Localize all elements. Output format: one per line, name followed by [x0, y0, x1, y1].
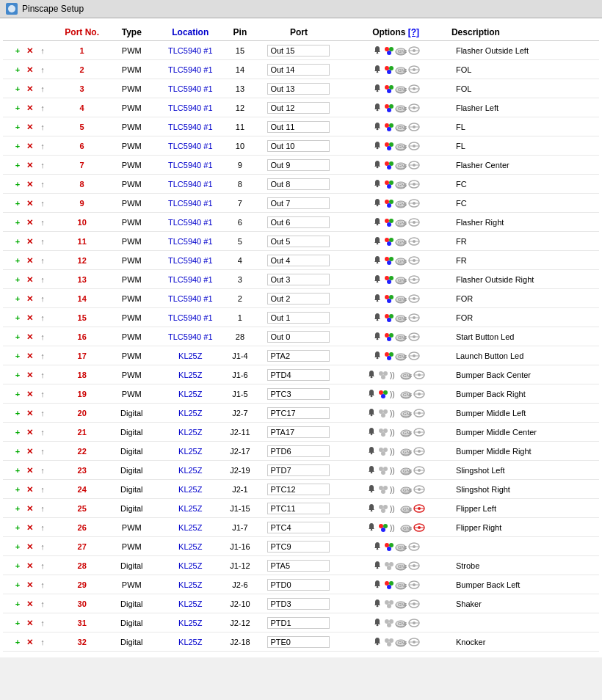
- rgb-icon[interactable]: [378, 503, 388, 513]
- add-button[interactable]: +: [12, 236, 23, 247]
- ground-plate-icon[interactable]: GND: [400, 388, 412, 398]
- port-location[interactable]: TLC5940 #1: [156, 136, 224, 156]
- port-field[interactable]: [255, 575, 341, 594]
- rgb-icon[interactable]: [384, 159, 394, 169]
- delete-button[interactable]: ✕: [25, 141, 35, 151]
- rgb-icon[interactable]: [378, 522, 388, 532]
- ground-plate-icon[interactable]: GND: [400, 503, 412, 513]
- port-input[interactable]: [267, 522, 330, 533]
- clip-icon[interactable]: [407, 121, 421, 131]
- move-up-button[interactable]: ↑: [37, 427, 48, 437]
- bell-icon[interactable]: [366, 445, 377, 457]
- ground-plate-icon[interactable]: GND: [400, 484, 412, 494]
- port-input[interactable]: [267, 45, 330, 56]
- bell-icon[interactable]: [371, 236, 383, 247]
- add-button[interactable]: +: [12, 84, 23, 94]
- add-button[interactable]: +: [12, 599, 23, 609]
- bell-icon[interactable]: [371, 197, 383, 209]
- rgb-icon[interactable]: [384, 350, 394, 360]
- bell-icon[interactable]: [371, 350, 383, 362]
- clip-icon[interactable]: [407, 178, 421, 189]
- ground-plate-icon[interactable]: GND: [395, 197, 407, 208]
- clip-icon[interactable]: [407, 350, 421, 360]
- port-location[interactable]: KL25Z: [156, 556, 224, 575]
- port-input[interactable]: [267, 197, 330, 209]
- move-up-button[interactable]: ↑: [37, 503, 48, 514]
- port-location[interactable]: KL25Z: [156, 404, 224, 423]
- clip-icon[interactable]: [407, 636, 421, 646]
- port-input[interactable]: [267, 236, 330, 247]
- ground-plate-icon[interactable]: GND: [400, 369, 412, 379]
- clip-icon[interactable]: [407, 274, 421, 284]
- clip-icon[interactable]: [407, 598, 421, 608]
- port-input[interactable]: [267, 407, 330, 419]
- bell-icon[interactable]: [366, 388, 377, 400]
- location-link[interactable]: KL25Z: [178, 619, 202, 627]
- rgb-icon[interactable]: [384, 331, 394, 341]
- port-location[interactable]: KL25Z: [156, 384, 224, 404]
- port-location[interactable]: KL25Z: [156, 499, 224, 518]
- delete-button[interactable]: ✕: [25, 198, 35, 208]
- bell-icon[interactable]: [371, 274, 383, 285]
- ground-plate-icon[interactable]: GND: [400, 522, 412, 532]
- bell-icon[interactable]: [371, 312, 383, 324]
- location-link[interactable]: KL25Z: [178, 638, 202, 646]
- bell-icon[interactable]: [371, 121, 383, 133]
- port-input[interactable]: [267, 331, 330, 343]
- move-up-button[interactable]: ↑: [37, 236, 48, 247]
- delete-button[interactable]: ✕: [25, 65, 35, 75]
- move-up-button[interactable]: ↑: [37, 618, 48, 628]
- delete-button[interactable]: ✕: [25, 84, 35, 94]
- location-link[interactable]: TLC5940 #1: [168, 123, 213, 131]
- delete-button[interactable]: ✕: [25, 332, 35, 342]
- add-button[interactable]: +: [12, 332, 23, 342]
- ground-plate-icon[interactable]: GND: [395, 64, 407, 74]
- delete-button[interactable]: ✕: [25, 580, 35, 590]
- port-input[interactable]: [267, 369, 330, 381]
- delete-button[interactable]: ✕: [25, 561, 35, 571]
- rgb-icon[interactable]: [384, 312, 394, 322]
- port-location[interactable]: TLC5940 #1: [156, 308, 224, 327]
- port-location[interactable]: TLC5940 #1: [156, 117, 224, 136]
- clip-icon[interactable]: [413, 484, 426, 494]
- rgb-icon[interactable]: [384, 579, 394, 589]
- bell-icon[interactable]: [371, 617, 383, 629]
- port-field[interactable]: [255, 423, 341, 442]
- location-link[interactable]: TLC5940 #1: [168, 46, 213, 55]
- port-field[interactable]: [255, 232, 341, 251]
- ground-plate-icon[interactable]: GND: [400, 426, 412, 437]
- add-button[interactable]: +: [12, 618, 23, 628]
- port-location[interactable]: KL25Z: [156, 518, 224, 537]
- delete-button[interactable]: ✕: [25, 542, 35, 552]
- ground-plate-icon[interactable]: GND: [395, 274, 407, 284]
- bell-icon[interactable]: [371, 598, 383, 610]
- move-up-button[interactable]: ↑: [37, 122, 48, 132]
- wave-icon[interactable]: )): [389, 426, 399, 437]
- location-link[interactable]: TLC5940 #1: [168, 218, 213, 227]
- port-location[interactable]: TLC5940 #1: [156, 327, 224, 346]
- port-input[interactable]: [267, 121, 330, 133]
- port-location[interactable]: KL25Z: [156, 423, 224, 442]
- port-input[interactable]: [267, 140, 330, 152]
- move-up-button[interactable]: ↑: [37, 198, 48, 208]
- port-location[interactable]: KL25Z: [156, 346, 224, 365]
- bell-icon[interactable]: [371, 579, 383, 591]
- wave-icon[interactable]: )): [389, 484, 399, 494]
- bell-icon[interactable]: [366, 503, 377, 514]
- move-up-button[interactable]: ↑: [37, 103, 48, 113]
- ground-plate-icon[interactable]: GND: [395, 617, 407, 627]
- port-location[interactable]: KL25Z: [156, 594, 224, 613]
- bell-icon[interactable]: [366, 426, 377, 438]
- port-location[interactable]: TLC5940 #1: [156, 232, 224, 251]
- port-input[interactable]: [267, 617, 330, 629]
- port-input[interactable]: [267, 598, 330, 610]
- move-up-button[interactable]: ↑: [37, 465, 48, 475]
- clip-icon[interactable]: [407, 541, 421, 551]
- location-link[interactable]: TLC5940 #1: [168, 142, 213, 150]
- port-location[interactable]: TLC5940 #1: [156, 156, 224, 175]
- move-up-button[interactable]: ↑: [37, 599, 48, 609]
- port-input[interactable]: [267, 102, 330, 114]
- clip-icon[interactable]: [407, 617, 421, 627]
- location-link[interactable]: KL25Z: [178, 485, 202, 494]
- port-field[interactable]: [255, 60, 341, 79]
